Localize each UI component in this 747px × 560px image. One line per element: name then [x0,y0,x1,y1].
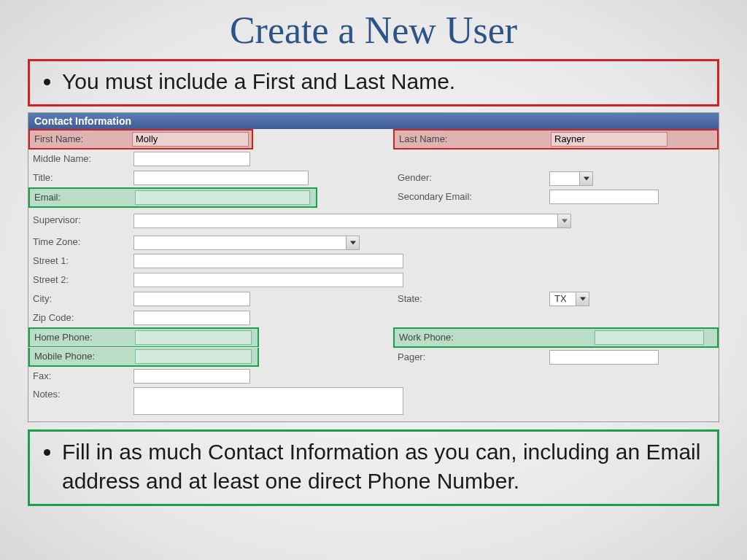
street2-label: Street 2: [28,271,131,288]
street2-input[interactable] [133,273,403,287]
timezone-label: Time Zone: [28,233,131,250]
home-phone-input[interactable] [135,330,252,345]
title-label: Title: [28,169,131,186]
last-name-input[interactable] [551,132,667,147]
street1-input[interactable] [133,254,403,268]
top-bullet: You must include a First and Last Name. [62,67,710,97]
pager-label: Pager: [393,349,546,365]
chevron-down-icon [579,172,592,185]
top-callout: You must include a First and Last Name. [28,59,719,106]
chevron-down-icon [576,292,589,306]
mobile-phone-input[interactable] [135,349,252,364]
notes-input[interactable] [133,387,403,415]
fax-label: Fax: [28,368,131,384]
secondary-email-input[interactable] [549,190,659,204]
supervisor-select[interactable] [133,214,571,228]
state-label: State: [393,290,546,307]
contact-info-panel: Contact Information First Name: Last Nam… [28,112,719,422]
middle-name-label: Middle Name: [28,150,131,167]
fax-input[interactable] [133,369,250,384]
timezone-select[interactable] [133,236,360,250]
email-label: Email: [30,189,132,206]
middle-name-input[interactable] [133,152,250,166]
city-label: City: [28,290,131,307]
work-phone-label: Work Phone: [395,329,592,346]
supervisor-label: Supervisor: [28,211,131,228]
zip-label: Zip Code: [28,309,131,326]
first-name-input[interactable] [132,132,249,147]
notes-label: Notes: [28,386,131,402]
chevron-down-icon [557,214,570,228]
city-input[interactable] [133,292,250,306]
work-phone-input[interactable] [595,330,704,345]
pager-input[interactable] [549,350,659,365]
last-name-label: Last Name: [395,131,548,147]
chevron-down-icon [346,236,359,249]
bottom-callout: Fill in as much Contact Information as y… [28,429,719,506]
slide-title: Create a New User [0,0,747,59]
gender-label: Gender: [393,169,546,186]
street1-label: Street 1: [28,252,131,269]
first-name-label: First Name: [30,131,129,147]
panel-header: Contact Information [28,113,719,129]
email-input[interactable] [135,190,310,205]
bottom-bullet: Fill in as much Contact Information as y… [62,438,710,497]
gender-select[interactable] [549,171,593,186]
home-phone-label: Home Phone: [30,329,132,346]
title-input[interactable] [133,171,309,185]
mobile-phone-label: Mobile Phone: [30,348,132,365]
zip-input[interactable] [133,311,250,325]
secondary-email-label: Secondary Email: [393,188,546,205]
state-select[interactable]: TX [549,292,589,306]
